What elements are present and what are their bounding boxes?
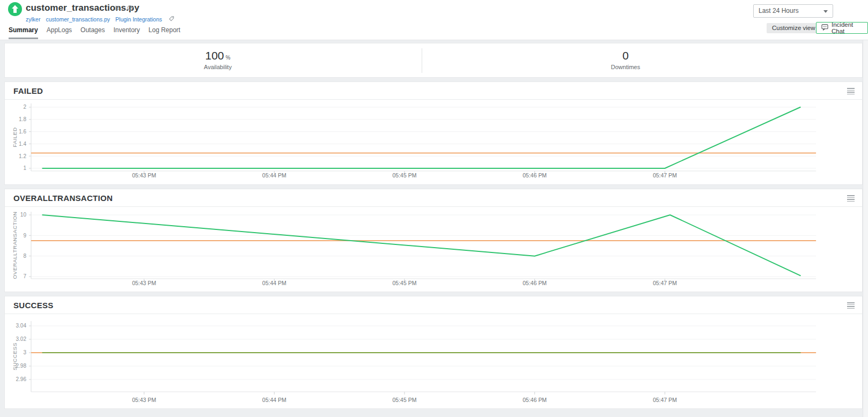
tab-summary[interactable]: Summary: [9, 26, 38, 39]
chart-plot-overalltransaction: 7891005:43 PM05:44 PM05:45 PM05:46 PM05:…: [5, 207, 862, 292]
svg-text:05:43 PM: 05:43 PM: [132, 173, 156, 178]
breadcrumb: zylker customer_transactions.py Plugin I…: [26, 16, 174, 23]
tab-log-report[interactable]: Log Report: [149, 26, 180, 39]
incident-chat-button[interactable]: Incident Chat: [816, 22, 868, 34]
stats-divider: [422, 48, 422, 73]
chart-context-menu-icon[interactable]: [847, 88, 855, 95]
time-range-value: Last 24 Hours: [759, 7, 799, 14]
vertical-scrollbar[interactable]: [863, 40, 868, 417]
svg-text:05:45 PM: 05:45 PM: [393, 280, 417, 286]
svg-text:1.6: 1.6: [19, 129, 26, 135]
svg-text:05:46 PM: 05:46 PM: [523, 173, 547, 178]
downtimes-label: Downtimes: [611, 64, 640, 70]
chart-plot-failed: 11.21.41.61.8205:43 PM05:44 PM05:45 PM05…: [5, 100, 862, 184]
page-title: customer_transactions.py: [26, 3, 139, 13]
svg-text:10: 10: [20, 212, 27, 218]
chart-card-overalltransaction: OVERALLTRANSACTION 7891005:43 PM05:44 PM…: [4, 189, 863, 292]
refresh-icon[interactable]: ⟳: [127, 3, 134, 13]
svg-text:1.4: 1.4: [19, 141, 26, 147]
tab-inventory[interactable]: Inventory: [113, 26, 139, 39]
availability-value: 100: [205, 49, 224, 62]
chevron-down-icon: [823, 10, 828, 13]
chart-title-overalltransaction: OVERALLTRANSACTION: [13, 193, 113, 203]
time-range-dropdown[interactable]: Last 24 Hours: [753, 4, 833, 18]
app-header: customer_transactions.py ≡ ⟳ zylker cust…: [0, 0, 868, 40]
svg-text:3.04: 3.04: [16, 323, 27, 329]
svg-text:OVERALLTRANSACTION: OVERALLTRANSACTION: [12, 212, 18, 279]
svg-text:7: 7: [23, 273, 26, 279]
availability-unit: %: [226, 55, 231, 61]
svg-text:2.96: 2.96: [16, 376, 27, 382]
svg-text:1: 1: [23, 165, 26, 171]
svg-text:05:43 PM: 05:43 PM: [132, 280, 156, 286]
svg-text:3: 3: [23, 349, 26, 355]
svg-text:05:47 PM: 05:47 PM: [653, 397, 677, 403]
svg-text:FAILED: FAILED: [12, 127, 18, 147]
svg-text:05:45 PM: 05:45 PM: [393, 397, 417, 403]
downtimes-value: 0: [622, 49, 629, 62]
downtimes-stat: 0 Downtimes: [611, 49, 640, 70]
svg-text:1.8: 1.8: [19, 116, 26, 122]
incident-chat-label: Incident Chat: [832, 21, 863, 34]
svg-text:8: 8: [23, 253, 26, 259]
monitor-up-status-icon: [8, 2, 23, 17]
breadcrumb-link-monitor[interactable]: customer_transactions.py: [46, 16, 110, 23]
tab-bar: Summary AppLogs Outages Inventory Log Re…: [9, 26, 180, 39]
customize-view-button[interactable]: Customize view: [767, 23, 821, 33]
summary-stats-card: 100 % Availability 0 Downtimes: [4, 43, 863, 78]
svg-text:05:45 PM: 05:45 PM: [393, 173, 417, 178]
chart-title-success: SUCCESS: [13, 301, 54, 310]
svg-text:05:47 PM: 05:47 PM: [653, 173, 677, 178]
chart-header: OVERALLTRANSACTION: [5, 189, 862, 207]
svg-text:SUCCESS: SUCCESS: [12, 342, 18, 370]
svg-text:9: 9: [23, 233, 26, 239]
chart-title-failed: FAILED: [13, 86, 43, 95]
tab-outages[interactable]: Outages: [80, 26, 105, 39]
chart-context-menu-icon[interactable]: [847, 302, 855, 310]
svg-text:05:46 PM: 05:46 PM: [523, 280, 547, 286]
hamburger-menu-icon[interactable]: ≡: [115, 3, 120, 13]
tab-applogs[interactable]: AppLogs: [47, 26, 72, 39]
breadcrumb-link-zylker[interactable]: zylker: [26, 16, 40, 23]
svg-text:05:44 PM: 05:44 PM: [262, 280, 286, 286]
svg-text:2: 2: [23, 104, 26, 110]
tag-icon[interactable]: [168, 16, 174, 23]
chat-bubble-icon: [821, 24, 828, 32]
chart-context-menu-icon[interactable]: [847, 195, 855, 203]
chart-plot-success: 2.962.9833.023.0405:43 PM05:44 PM05:45 P…: [5, 315, 862, 408]
svg-text:05:44 PM: 05:44 PM: [262, 173, 286, 178]
breadcrumb-link-plugin-integrations[interactable]: Plugin Integrations: [115, 16, 162, 23]
svg-text:05:43 PM: 05:43 PM: [132, 397, 156, 403]
chart-card-failed: FAILED 11.21.41.61.8205:43 PM05:44 PM05:…: [4, 81, 863, 185]
svg-text:05:47 PM: 05:47 PM: [653, 280, 677, 286]
chart-header: SUCCESS: [5, 296, 862, 314]
svg-text:3.02: 3.02: [16, 336, 27, 342]
chart-card-success: SUCCESS 2.962.9833.023.0405:43 PM05:44 P…: [4, 296, 863, 409]
availability-stat: 100 % Availability: [204, 49, 232, 70]
chart-header: FAILED: [5, 82, 862, 100]
svg-text:05:44 PM: 05:44 PM: [262, 397, 286, 403]
svg-text:1.2: 1.2: [19, 153, 26, 159]
svg-text:05:46 PM: 05:46 PM: [523, 397, 547, 403]
availability-label: Availability: [204, 64, 232, 70]
